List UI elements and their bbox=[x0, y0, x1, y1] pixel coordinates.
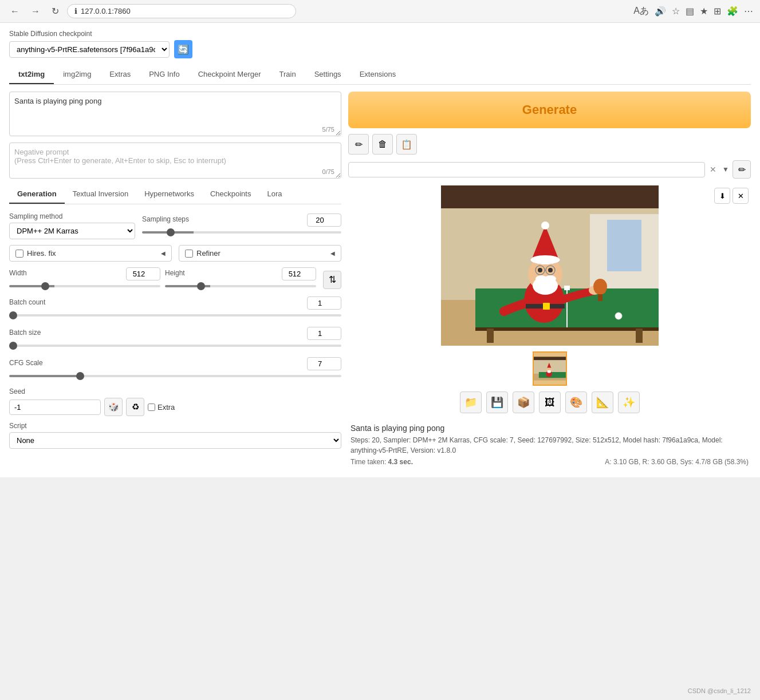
tab-txt2img[interactable]: txt2img bbox=[9, 65, 54, 84]
caption-details: Steps: 20, Sampler: DPM++ 2M Karras, CFG… bbox=[351, 435, 749, 456]
subtab-textual-inversion[interactable]: Textual Inversion bbox=[65, 185, 137, 204]
tab-png-info[interactable]: PNG Info bbox=[140, 65, 188, 84]
tab-extras[interactable]: Extras bbox=[100, 65, 140, 84]
checkpoint-refresh-button[interactable]: 🔄 bbox=[174, 40, 192, 58]
extra-check-label: Extra bbox=[148, 403, 175, 412]
back-button[interactable]: ← bbox=[7, 5, 23, 18]
prompt-counter: 5/75 bbox=[320, 125, 337, 133]
tab-img2img[interactable]: img2img bbox=[54, 65, 100, 84]
height-slider-container bbox=[165, 280, 316, 292]
sub-tabs: Generation Textual Inversion Hypernetwor… bbox=[9, 185, 341, 204]
close-image-button[interactable]: ✕ bbox=[733, 188, 749, 204]
swap-dimensions-button[interactable]: ⇅ bbox=[323, 271, 341, 289]
steps-input[interactable] bbox=[307, 213, 341, 227]
sampling-method-section: Sampling method DPM++ 2M Karras bbox=[9, 212, 135, 239]
extra-checkbox[interactable] bbox=[148, 404, 155, 411]
svg-rect-32 bbox=[534, 357, 566, 360]
clipboard-button[interactable]: 📋 bbox=[396, 134, 417, 155]
width-input[interactable] bbox=[126, 267, 160, 280]
sidebar-icon[interactable]: ▤ bbox=[686, 6, 694, 17]
batch-count-input[interactable] bbox=[307, 296, 341, 310]
right-column: Generate ✏ 🗑 📋 ✕ bbox=[348, 92, 751, 470]
trash-button[interactable]: 🗑 bbox=[372, 134, 393, 155]
seed-row: 🎲 ♻ Extra bbox=[9, 398, 341, 416]
archive-icon: 📦 bbox=[517, 396, 530, 409]
prompt-input[interactable]: Santa is playing ping pong bbox=[9, 92, 341, 136]
subtab-checkpoints[interactable]: Checkpoints bbox=[202, 185, 259, 204]
puzzle-icon[interactable]: 🧩 bbox=[727, 6, 738, 17]
checkpoint-select[interactable]: anything-v5-PrtRE.safetensors [7f96a1a9c… bbox=[9, 41, 170, 58]
style-dropdown-button[interactable]: ▼ bbox=[721, 165, 730, 173]
seed-recycle-button[interactable]: ♻ bbox=[126, 398, 144, 416]
refresh-button[interactable]: ↻ bbox=[48, 5, 62, 18]
save-button[interactable]: 💾 bbox=[486, 391, 508, 413]
seed-dice-button[interactable]: 🎲 bbox=[104, 398, 123, 416]
subtab-lora[interactable]: Lora bbox=[259, 185, 290, 204]
batch-size-slider[interactable] bbox=[9, 345, 341, 347]
tab-settings[interactable]: Settings bbox=[305, 65, 351, 84]
tab-extensions[interactable]: Extensions bbox=[351, 65, 405, 84]
height-section: Height bbox=[165, 267, 316, 292]
width-slider[interactable] bbox=[9, 285, 160, 287]
clear-icon: ✕ bbox=[710, 165, 716, 174]
tab-checkpoint-merger[interactable]: Checkpoint Merger bbox=[189, 65, 270, 84]
menu-icon[interactable]: ⋯ bbox=[744, 6, 753, 17]
tab-train[interactable]: Train bbox=[270, 65, 305, 84]
batch-size-section: Batch size bbox=[9, 327, 341, 351]
send-to-extras-button[interactable]: 📐 bbox=[592, 391, 613, 413]
download-image-button[interactable]: ⬇ bbox=[714, 188, 730, 204]
svg-rect-1 bbox=[441, 185, 659, 208]
favorites-icon[interactable]: ★ bbox=[700, 6, 708, 17]
special-button[interactable]: ✨ bbox=[618, 391, 640, 413]
negative-prompt-input[interactable] bbox=[9, 143, 341, 179]
steps-label: Sampling steps bbox=[142, 215, 189, 223]
memory-info: A: 3.10 GB, R: 3.60 GB, Sys: 4.7/8 GB (5… bbox=[605, 458, 749, 466]
open-folder-button[interactable]: 📁 bbox=[460, 391, 482, 413]
batch-size-input[interactable] bbox=[307, 327, 341, 340]
style-input[interactable] bbox=[348, 162, 705, 177]
width-section: Width bbox=[9, 267, 160, 292]
refiner-expand-button[interactable]: ◀ bbox=[330, 250, 335, 256]
seed-input[interactable] bbox=[9, 400, 101, 415]
url-bar[interactable]: ℹ 127.0.0.1:7860 bbox=[67, 4, 296, 18]
output-thumbnail[interactable] bbox=[533, 351, 567, 386]
hires-fix-checkbox[interactable] bbox=[15, 250, 23, 258]
left-column: Santa is playing ping pong 5/75 0/75 Gen… bbox=[9, 92, 341, 470]
generate-button[interactable]: Generate bbox=[348, 92, 751, 128]
script-select[interactable]: None bbox=[9, 432, 341, 449]
subtab-hypernetworks[interactable]: Hypernetworks bbox=[136, 185, 202, 204]
archive-button[interactable]: 📦 bbox=[513, 391, 534, 413]
height-label: Height bbox=[165, 269, 185, 277]
pencil-button[interactable]: ✏ bbox=[348, 134, 369, 155]
cfg-scale-slider[interactable] bbox=[9, 375, 341, 377]
style-clear-button[interactable]: ✕ bbox=[707, 165, 719, 174]
speak-icon[interactable]: 🔊 bbox=[655, 6, 666, 17]
send-to-inpaint-button[interactable]: 🎨 bbox=[565, 391, 587, 413]
sampling-method-select[interactable]: DPM++ 2M Karras bbox=[9, 223, 135, 239]
steps-slider-container bbox=[142, 227, 341, 238]
checkpoint-label: Stable Diffusion checkpoint bbox=[9, 30, 751, 38]
caption-timing: Time taken: 4.3 sec. A: 3.10 GB, R: 3.60… bbox=[351, 458, 749, 466]
action-buttons-row: ✏ 🗑 📋 bbox=[348, 134, 751, 155]
height-slider[interactable] bbox=[165, 285, 316, 287]
svg-rect-28 bbox=[543, 303, 550, 310]
send-to-img2img-button[interactable]: 🖼 bbox=[539, 391, 561, 413]
batch-count-slider[interactable] bbox=[9, 314, 341, 317]
hires-expand-button[interactable]: ◀ bbox=[161, 250, 166, 256]
style-edit-button[interactable]: ✏ bbox=[733, 160, 751, 179]
steps-slider[interactable] bbox=[142, 231, 341, 234]
font-icon[interactable]: Aあ bbox=[633, 5, 649, 17]
subtab-generation[interactable]: Generation bbox=[9, 185, 65, 204]
two-col-layout: Santa is playing ping pong 5/75 0/75 Gen… bbox=[9, 92, 751, 470]
checkbox-row: Hires. fix ◀ Refiner ◀ bbox=[9, 245, 341, 262]
height-input[interactable] bbox=[282, 267, 316, 280]
star-icon[interactable]: ☆ bbox=[672, 6, 680, 17]
apps-icon[interactable]: ⊞ bbox=[714, 6, 721, 17]
cfg-scale-input[interactable] bbox=[307, 357, 341, 370]
refiner-checkbox[interactable] bbox=[185, 250, 193, 258]
svg-point-17 bbox=[541, 222, 549, 230]
sampling-row: Sampling method DPM++ 2M Karras Sampling… bbox=[9, 212, 341, 239]
svg-rect-4 bbox=[607, 220, 641, 271]
forward-button[interactable]: → bbox=[27, 5, 44, 18]
seed-label: Seed bbox=[9, 387, 341, 396]
